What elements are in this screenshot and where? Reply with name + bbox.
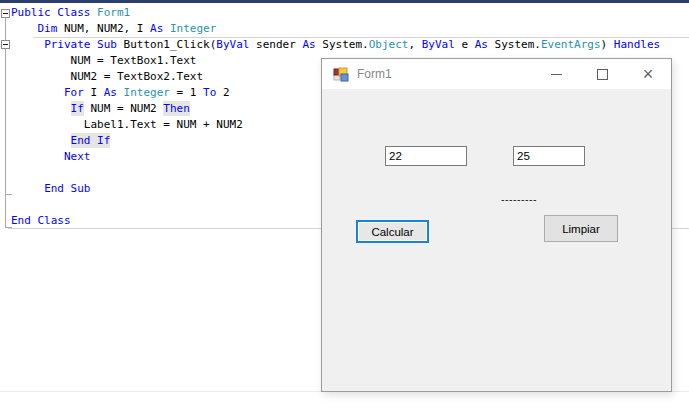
code-line: Private Sub Button1_Click(ByVal sender A… bbox=[11, 37, 689, 53]
form-window-title: Form1 bbox=[357, 67, 392, 81]
close-icon: × bbox=[643, 65, 654, 83]
form-icon bbox=[333, 66, 349, 82]
editor-top-border bbox=[0, 0, 689, 3]
code-line: Dim NUM, NUM2, I As Integer bbox=[11, 21, 689, 37]
collapse-toggle-class[interactable] bbox=[1, 9, 10, 18]
minus-icon bbox=[3, 44, 8, 45]
close-button[interactable]: × bbox=[625, 59, 671, 89]
dashes-label: --------- bbox=[501, 193, 537, 205]
outline-guide-line bbox=[5, 18, 6, 227]
form-window: Form1 × --------- Calcular Limpiar bbox=[321, 58, 672, 392]
code-line: Public Class Form1 bbox=[11, 5, 689, 21]
textbox2[interactable] bbox=[513, 146, 585, 166]
textbox1[interactable] bbox=[385, 146, 467, 166]
calcular-button[interactable]: Calcular bbox=[356, 220, 429, 243]
minus-icon bbox=[3, 13, 8, 14]
maximize-button[interactable] bbox=[579, 59, 625, 89]
minimize-button[interactable] bbox=[533, 59, 579, 89]
screenshot-root: Public Class Form1 Dim NUM, NUM2, I As I… bbox=[0, 0, 689, 410]
form-title-bar[interactable]: Form1 × bbox=[322, 59, 671, 89]
maximize-icon bbox=[597, 69, 608, 80]
caption-buttons: × bbox=[533, 59, 671, 89]
limpiar-button[interactable]: Limpiar bbox=[544, 215, 618, 242]
collapse-toggle-sub[interactable] bbox=[1, 40, 10, 49]
minimize-icon bbox=[551, 74, 562, 75]
